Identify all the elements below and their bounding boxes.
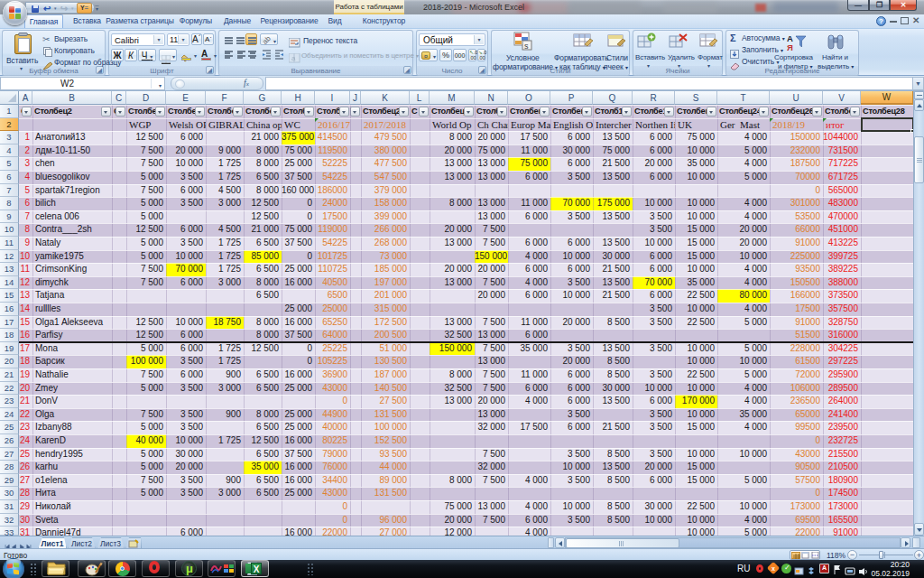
svg-text:a: a	[291, 54, 296, 62]
svg-text:s: s	[524, 42, 529, 51]
svg-text:Я: Я	[787, 42, 793, 52]
